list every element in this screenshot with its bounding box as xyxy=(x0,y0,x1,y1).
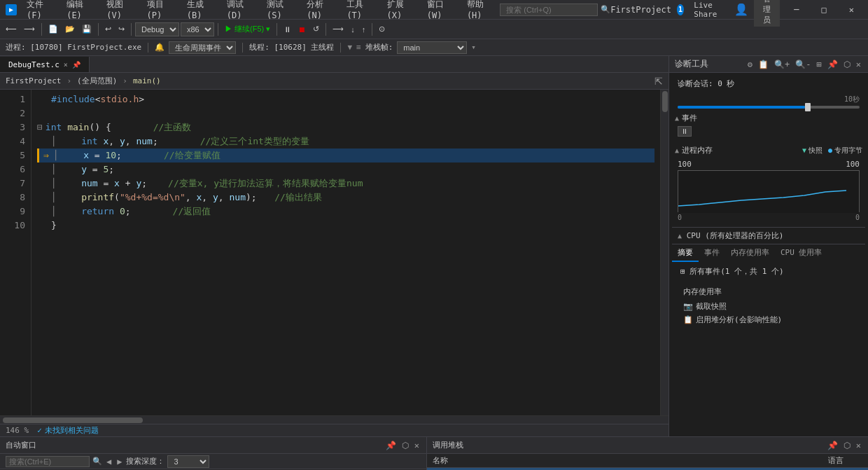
menu-extensions[interactable]: 扩展(X) xyxy=(382,0,420,22)
pause-btn[interactable]: ⏸ xyxy=(281,24,294,35)
user-icon[interactable]: 👤 xyxy=(734,3,748,16)
breadcrumb-function[interactable]: main() xyxy=(133,76,161,85)
close-button[interactable]: ✕ xyxy=(841,2,862,18)
menu-debug[interactable]: 调试(D) xyxy=(221,0,260,22)
diag-tab-events[interactable]: 事件 xyxy=(699,244,725,262)
menu-tools[interactable]: 工具(T) xyxy=(341,0,379,22)
callstack-pin[interactable]: 📌 xyxy=(826,439,839,452)
callstack-close[interactable]: ✕ xyxy=(855,439,862,452)
restart-btn[interactable]: ↺ xyxy=(310,23,322,35)
title-bar: ▶ 文件(F) 编辑(E) 视图(V) 项目(P) 生成(B) 调试(D) 测试… xyxy=(0,0,868,20)
diag-undock-icon[interactable]: ⬡ xyxy=(842,58,852,71)
new-file-btn[interactable]: 📄 xyxy=(46,23,61,35)
slider-thumb[interactable] xyxy=(805,103,811,111)
diag-export-icon[interactable]: 📋 xyxy=(757,58,770,71)
admin-button[interactable]: 管理员 xyxy=(754,0,780,27)
scroll-thumb[interactable] xyxy=(662,91,668,112)
global-search[interactable] xyxy=(500,4,598,16)
code-content[interactable]: #include<stdio.h> ⊟ int main() { //主函数 │… xyxy=(31,90,660,415)
memory-header[interactable]: ▲ 进程内存 ▼ 快照 ● 专用字节 xyxy=(672,144,865,157)
lifecycle-icon: 🔔 xyxy=(155,43,164,52)
lifecycle-select[interactable]: 生命周期事件 xyxy=(169,41,236,54)
callstack-row[interactable]: ⇒ FirstProject.exelmain(...) 行 5 C xyxy=(427,468,868,471)
back-btn[interactable]: ⟵ xyxy=(3,23,20,35)
depth-select[interactable]: 3 xyxy=(167,455,209,468)
diag-pin-icon[interactable]: 📌 xyxy=(826,58,839,71)
code-line-10: } xyxy=(37,219,654,233)
breadcrumb-scope[interactable]: (全局范围) xyxy=(77,76,117,86)
h-scroll-thumb[interactable] xyxy=(3,417,143,423)
editor-scrollbar-h[interactable] xyxy=(0,415,668,424)
breadcrumb-project[interactable]: FirstProject xyxy=(6,76,61,85)
fwd-btn[interactable]: ⟶ xyxy=(21,23,38,35)
notification-badge[interactable]: 1 xyxy=(677,4,684,15)
menu-view[interactable]: 视图(V) xyxy=(101,0,139,22)
maximize-button[interactable]: □ xyxy=(813,2,835,18)
event-pause-btn[interactable]: ⏸ xyxy=(678,126,692,137)
mem-val1: 100 xyxy=(678,160,692,169)
callstack-col-name: 名称 xyxy=(427,454,822,468)
editor-status-bar: 146 % ✓ 未找到相关问题 xyxy=(0,424,668,436)
diag-tab-cpu[interactable]: CPU 使用率 xyxy=(775,244,828,262)
step-out-btn[interactable]: ↑ xyxy=(359,24,369,35)
next-result-btn[interactable]: ▶ xyxy=(115,457,123,466)
editor-breadcrumb-bar: FirstProject › (全局范围) › main() ⇱ xyxy=(0,73,668,90)
platform-select[interactable]: x86 xyxy=(181,22,214,36)
app-icon: ▶ xyxy=(6,4,17,15)
diag-tab-summary[interactable]: 摘要 xyxy=(672,244,699,262)
diag-all-events[interactable]: ⊞ 所有事件(1 个，共 1 个) xyxy=(678,265,860,278)
editor-scrollbar-v[interactable] xyxy=(660,90,668,415)
open-btn[interactable]: 📂 xyxy=(62,23,78,35)
save-btn[interactable]: 💾 xyxy=(79,23,94,35)
timeline-slider[interactable]: 10秒 xyxy=(672,92,865,111)
diag-tab-memory[interactable]: 内存使用率 xyxy=(725,244,775,262)
diag-close-icon[interactable]: ✕ xyxy=(855,58,862,71)
editor-tab-debugtest[interactable]: DebugTest.c × 📌 xyxy=(0,57,90,72)
diag-memory-actions: 内存使用率 📷 截取快照 📋 启用堆分析(会影响性能) xyxy=(678,284,860,329)
prev-result-btn[interactable]: ◀ xyxy=(105,457,113,466)
step-into-btn[interactable]: ↓ xyxy=(348,24,358,35)
auto-window-close[interactable]: ✕ xyxy=(413,439,421,452)
callstack-select[interactable]: main xyxy=(397,41,467,54)
tab-pin-icon[interactable]: 📌 xyxy=(72,61,80,69)
undo-btn[interactable]: ↩ xyxy=(102,23,114,35)
menu-test[interactable]: 测试(S) xyxy=(261,0,300,22)
menu-analyze[interactable]: 分析(N) xyxy=(301,0,340,22)
menu-help[interactable]: 帮助(H) xyxy=(461,0,500,22)
live-share-btn[interactable]: Live Share xyxy=(690,1,728,19)
auto-search-input[interactable] xyxy=(6,456,90,467)
auto-window-pin[interactable]: 📌 xyxy=(384,439,398,452)
breakpoint-btn[interactable]: ⊙ xyxy=(376,23,388,35)
diag-heap-btn[interactable]: 📋 启用堆分析(会影响性能) xyxy=(683,313,854,326)
tab-close-debugtest[interactable]: × xyxy=(64,61,68,69)
memory-label: 进程内存 xyxy=(682,145,713,155)
slider-track[interactable] xyxy=(678,106,860,109)
fold-btn-3[interactable]: ⊟ xyxy=(37,120,43,134)
debug-config-select[interactable]: Debug xyxy=(135,22,179,36)
menu-edit[interactable]: 编辑(E) xyxy=(61,0,99,22)
menu-file[interactable]: 文件(F) xyxy=(21,0,59,22)
minimize-button[interactable]: ─ xyxy=(785,2,807,18)
event-row: ⏸ xyxy=(672,125,865,138)
mem-val2: 100 xyxy=(846,160,860,169)
diag-fit-icon[interactable]: ⊞ xyxy=(816,58,823,71)
diag-zoom-out-icon[interactable]: 🔍- xyxy=(794,58,812,71)
diag-settings-icon[interactable]: ⚙ xyxy=(746,58,754,71)
menu-build[interactable]: 生成(B) xyxy=(181,0,220,22)
editor-expand-btn[interactable]: ⇱ xyxy=(654,76,663,87)
auto-window-undock[interactable]: ⬡ xyxy=(400,439,410,452)
step-over-btn[interactable]: ⟶ xyxy=(330,23,346,35)
continue-btn[interactable]: ▶ 继续(F5) ▾ xyxy=(222,22,273,36)
diagnostics-content: 诊断会话: 0 秒 10秒 ▲ 事件 ⏸ xyxy=(669,73,868,436)
diag-screenshot-btn[interactable]: 📷 截取快照 xyxy=(683,300,854,313)
callstack-undock[interactable]: ⬡ xyxy=(842,439,852,452)
redo-btn[interactable]: ↪ xyxy=(115,23,127,35)
events-section: ▲ 事件 ⏸ xyxy=(672,111,865,138)
stop-btn[interactable]: ⏹ xyxy=(295,24,309,35)
sep2 xyxy=(98,23,99,36)
menu-window[interactable]: 窗口(W) xyxy=(421,0,460,22)
callstack-header: 调用堆栈 📌 ⬡ ✕ xyxy=(427,437,868,454)
events-header[interactable]: ▲ 事件 xyxy=(672,111,865,125)
diag-zoom-in-icon[interactable]: 🔍+ xyxy=(773,58,791,71)
menu-project[interactable]: 项目(P) xyxy=(141,0,180,22)
